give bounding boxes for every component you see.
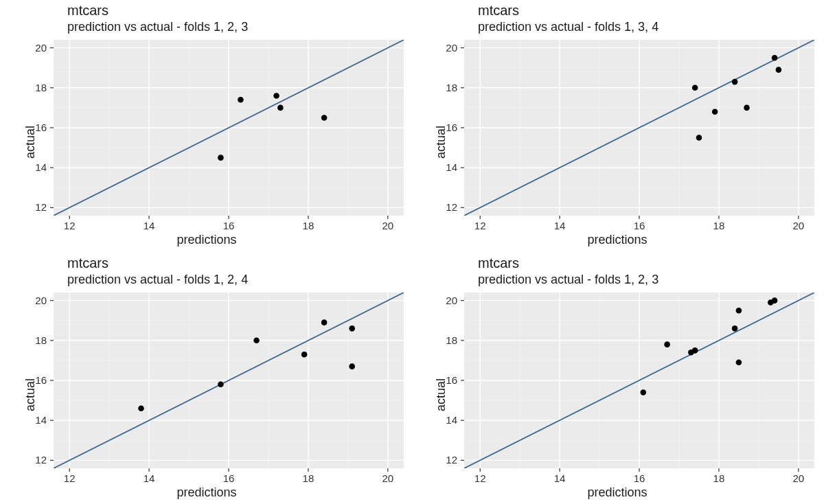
svg-text:16: 16 — [634, 472, 645, 484]
chart-titles: mtcarsprediction vs actual - folds 1, 3,… — [415, 3, 820, 34]
chart-grid: mtcarsprediction vs actual - folds 1, 2,… — [0, 0, 824, 504]
data-point — [744, 104, 750, 111]
data-point — [712, 108, 718, 115]
y-tick: 16 — [35, 374, 54, 386]
data-point — [692, 347, 698, 354]
x-tick: 18 — [303, 216, 314, 231]
svg-text:16: 16 — [634, 220, 645, 231]
data-point — [138, 405, 144, 411]
svg-text:20: 20 — [382, 472, 393, 484]
x-tick: 18 — [713, 468, 725, 484]
x-tick: 20 — [792, 468, 804, 484]
svg-text:12: 12 — [474, 220, 486, 231]
data-point — [736, 308, 742, 314]
data-point — [218, 381, 224, 387]
x-axis-label: predictions — [176, 233, 236, 249]
chart-subtitle: prediction vs actual - folds 1, 2, 3 — [478, 273, 820, 287]
y-tick: 20 — [446, 294, 464, 306]
data-point — [732, 78, 738, 84]
chart-titles: mtcarsprediction vs actual - folds 1, 2,… — [415, 255, 820, 287]
svg-text:14: 14 — [144, 472, 155, 484]
svg-text:18: 18 — [446, 334, 457, 346]
y-tick: 12 — [35, 454, 54, 466]
x-tick: 18 — [303, 468, 314, 484]
data-point — [640, 389, 646, 396]
y-axis-label: actual — [23, 367, 38, 422]
svg-text:12: 12 — [474, 472, 486, 484]
x-tick: 12 — [64, 468, 76, 484]
x-axis-label: predictions — [587, 485, 647, 501]
x-tick: 16 — [223, 216, 235, 231]
x-tick: 16 — [223, 468, 235, 484]
chart-titles: mtcarsprediction vs actual - folds 1, 2,… — [4, 3, 409, 34]
x-tick: 12 — [474, 216, 486, 231]
plot-area: actualpredictions12141618201214161820 — [4, 36, 409, 249]
chart-panel-0: mtcarsprediction vs actual - folds 1, 2,… — [4, 3, 409, 249]
x-tick: 12 — [64, 216, 76, 231]
data-point — [732, 325, 738, 332]
x-tick: 12 — [474, 468, 486, 484]
svg-text:18: 18 — [713, 472, 725, 484]
chart-panel-2: mtcarsprediction vs actual - folds 1, 2,… — [4, 255, 409, 501]
data-point — [736, 359, 742, 365]
y-axis-label: actual — [23, 115, 38, 170]
x-tick: 14 — [144, 468, 155, 484]
chart-titles: mtcarsprediction vs actual - folds 1, 2,… — [4, 255, 409, 287]
chart-title: mtcars — [67, 3, 409, 19]
x-tick: 14 — [554, 468, 566, 484]
x-axis-label: predictions — [587, 233, 647, 249]
x-tick: 20 — [792, 216, 804, 231]
chart-panel-3: mtcarsprediction vs actual - folds 1, 2,… — [415, 255, 820, 501]
y-tick: 14 — [35, 161, 54, 173]
y-tick: 14 — [446, 161, 464, 173]
svg-text:18: 18 — [446, 82, 457, 93]
svg-text:12: 12 — [446, 201, 457, 213]
svg-text:20: 20 — [35, 294, 47, 306]
y-tick: 16 — [446, 122, 464, 133]
x-tick: 14 — [554, 216, 566, 231]
chart-subtitle: prediction vs actual - folds 1, 2, 3 — [67, 20, 409, 34]
x-tick: 20 — [382, 216, 393, 231]
svg-text:14: 14 — [144, 220, 155, 231]
svg-text:18: 18 — [35, 334, 47, 346]
y-tick: 18 — [446, 334, 464, 346]
x-tick: 16 — [634, 468, 645, 484]
data-point — [218, 154, 224, 161]
data-point — [776, 67, 782, 73]
y-tick: 12 — [446, 201, 464, 213]
y-tick: 14 — [35, 414, 54, 426]
svg-text:12: 12 — [446, 454, 457, 466]
y-tick: 16 — [446, 374, 464, 386]
x-tick: 18 — [713, 216, 725, 231]
x-tick: 20 — [382, 468, 393, 484]
chart-panel-1: mtcarsprediction vs actual - folds 1, 3,… — [415, 3, 820, 249]
svg-text:12: 12 — [35, 454, 47, 466]
svg-text:20: 20 — [446, 294, 457, 306]
y-tick: 18 — [446, 82, 464, 93]
chart-title: mtcars — [478, 3, 820, 19]
data-point — [349, 363, 355, 369]
data-point — [772, 297, 778, 303]
y-tick: 12 — [35, 201, 54, 213]
plot-area: actualpredictions12141618201214161820 — [415, 288, 820, 501]
svg-text:20: 20 — [446, 41, 457, 53]
chart-svg: 12141618201214161820 — [4, 288, 409, 501]
svg-text:14: 14 — [554, 220, 566, 231]
chart-subtitle: prediction vs actual - folds 1, 2, 4 — [67, 273, 409, 287]
chart-svg: 12141618201214161820 — [415, 36, 820, 249]
data-point — [277, 104, 284, 111]
data-point — [321, 115, 328, 121]
svg-text:16: 16 — [223, 220, 235, 231]
x-tick: 16 — [634, 216, 645, 231]
svg-text:16: 16 — [223, 472, 235, 484]
y-axis-label: actual — [434, 367, 448, 422]
data-point — [692, 84, 698, 91]
data-point — [301, 352, 308, 358]
data-point — [664, 341, 670, 347]
plot-area: actualpredictions12141618201214161820 — [4, 288, 409, 501]
chart-svg: 12141618201214161820 — [4, 36, 409, 249]
data-point — [772, 55, 778, 61]
x-tick: 14 — [144, 216, 155, 231]
chart-title: mtcars — [478, 255, 820, 271]
svg-text:18: 18 — [713, 220, 725, 231]
